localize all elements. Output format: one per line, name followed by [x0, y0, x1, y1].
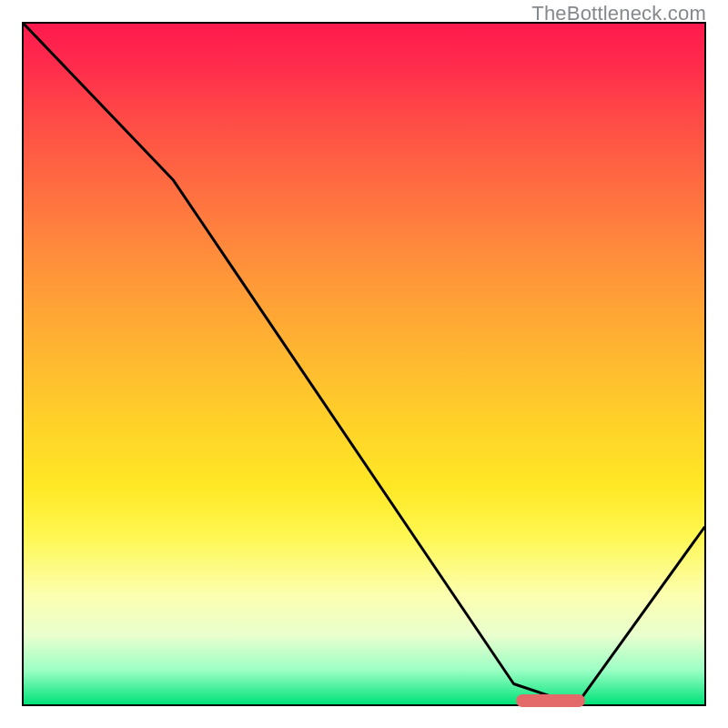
chart-container: TheBottleneck.com: [0, 0, 728, 728]
bottleneck-curve: [24, 24, 704, 698]
optimal-marker: [516, 694, 584, 707]
plot-area: [22, 22, 706, 706]
curve-svg: [24, 24, 704, 704]
